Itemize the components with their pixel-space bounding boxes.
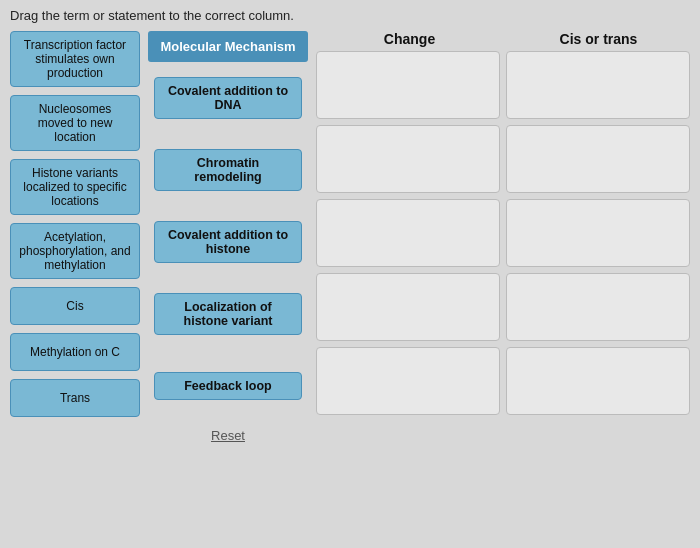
drag-item-nucleosomes[interactable]: Nucleosomes moved to new location [10, 95, 140, 151]
right-area: Change Cis or trans [316, 31, 690, 533]
drop-row-5 [316, 347, 690, 415]
drag-item-acetylation[interactable]: Acetylation, phosphorylation, and methyl… [10, 223, 140, 279]
main-area: Transcription factor stimulates own prod… [0, 27, 700, 537]
drop-row-1 [316, 51, 690, 119]
mechanism-covalent-histone: Covalent addition to histone [154, 221, 302, 263]
mechanism-chromatin: Chromatin remodeling [154, 149, 302, 191]
mechanism-row-3: Covalent addition to histone [148, 206, 308, 278]
reset-area: Reset [148, 426, 308, 444]
drag-item-trans[interactable]: Trans [10, 379, 140, 417]
mechanism-row-2: Chromatin remodeling [148, 134, 308, 206]
drag-item-transcription[interactable]: Transcription factor stimulates own prod… [10, 31, 140, 87]
drop-cell-4-cistrans[interactable] [506, 273, 690, 341]
drop-cell-4-change[interactable] [316, 273, 500, 341]
column-headers: Change Cis or trans [316, 31, 690, 47]
instruction-text: Drag the term or statement to the correc… [0, 0, 700, 27]
mechanism-feedback: Feedback loop [154, 372, 302, 400]
mechanism-covalent-dna: Covalent addition to DNA [154, 77, 302, 119]
drop-cell-1-cistrans[interactable] [506, 51, 690, 119]
drop-cell-5-change[interactable] [316, 347, 500, 415]
mechanism-list: Covalent addition to DNA Chromatin remod… [148, 62, 308, 422]
drop-cell-3-change[interactable] [316, 199, 500, 267]
reset-button[interactable]: Reset [211, 428, 245, 443]
mechanism-row-4: Localization of histone variant [148, 278, 308, 350]
middle-column: Molecular Mechanism Covalent addition to… [148, 31, 308, 533]
header-change: Change [318, 31, 501, 47]
drop-cell-1-change[interactable] [316, 51, 500, 119]
drag-item-histone-variants[interactable]: Histone variants localized to specific l… [10, 159, 140, 215]
drop-cell-2-cistrans[interactable] [506, 125, 690, 193]
drop-row-4 [316, 273, 690, 341]
mechanism-localization: Localization of histone variant [154, 293, 302, 335]
drag-item-cis[interactable]: Cis [10, 287, 140, 325]
drop-cell-5-cistrans[interactable] [506, 347, 690, 415]
drop-row-3 [316, 199, 690, 267]
mechanism-row-1: Covalent addition to DNA [148, 62, 308, 134]
drop-row-2 [316, 125, 690, 193]
drop-cell-2-change[interactable] [316, 125, 500, 193]
drop-cell-3-cistrans[interactable] [506, 199, 690, 267]
mechanism-row-5: Feedback loop [148, 350, 308, 422]
header-cis-trans: Cis or trans [507, 31, 690, 47]
drop-rows [316, 51, 690, 415]
molecular-mechanism-header: Molecular Mechanism [148, 31, 308, 62]
left-column: Transcription factor stimulates own prod… [10, 31, 140, 533]
drag-item-methylation[interactable]: Methylation on C [10, 333, 140, 371]
